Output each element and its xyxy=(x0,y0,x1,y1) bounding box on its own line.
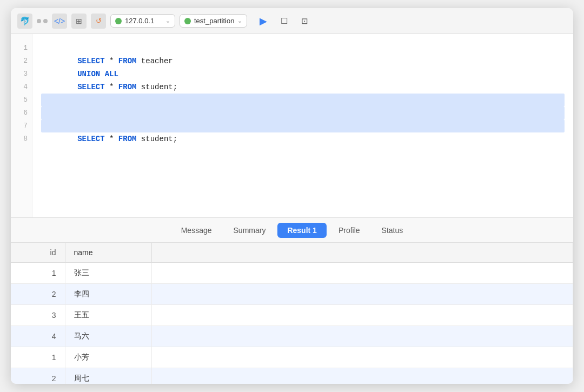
cell-id: 2 xyxy=(11,368,65,384)
code-line-4 xyxy=(41,81,565,94)
tab-summary[interactable]: Summary xyxy=(224,223,276,238)
code-editor[interactable]: SELECT * FROM teacher UNION ALL SELECT *… xyxy=(32,34,573,217)
cell-name: 王五 xyxy=(65,305,151,326)
table-row: 2 李四 xyxy=(11,284,573,305)
line-num-2: 2 xyxy=(23,55,28,68)
line-num-6: 6 xyxy=(23,107,28,119)
cell-name: 张三 xyxy=(65,263,151,284)
host-status-dot xyxy=(115,18,122,24)
table-icon: ⊞ xyxy=(71,14,87,29)
cell-id: 1 xyxy=(11,347,65,368)
cell-empty xyxy=(151,263,573,284)
db-chevron-icon: ⌄ xyxy=(237,17,242,24)
app-icon: 🐬 xyxy=(17,14,32,29)
table-row: 4 马六 xyxy=(11,326,573,347)
line-num-4: 4 xyxy=(23,81,28,94)
database-label: test_partition xyxy=(194,17,234,25)
tab-status[interactable]: Status xyxy=(372,223,413,238)
toolbar-actions: ▶ ☐ ⊡ xyxy=(256,14,312,29)
tab-profile[interactable]: Profile xyxy=(329,223,370,238)
main-window: 🐬 </> ⊞ ↺ 127.0.0.1 ⌄ test_partition ⌄ ▶… xyxy=(11,8,573,384)
cell-name: 周七 xyxy=(65,368,151,384)
code-line-5: SELECT * FROM teacher xyxy=(41,94,565,107)
line-num-1: 1 xyxy=(23,42,28,55)
db-status-dot xyxy=(184,18,191,24)
editor-area[interactable]: 1 2 3 4 5 6 7 8 SELECT * FROM teacher UN… xyxy=(11,34,573,218)
code-line-1: SELECT * FROM teacher xyxy=(41,42,565,55)
code-line-3: SELECT * FROM student; xyxy=(41,68,565,81)
run-button[interactable]: ▶ xyxy=(256,14,271,29)
dot2 xyxy=(43,19,48,23)
cell-name: 李四 xyxy=(65,284,151,305)
tab-result1[interactable]: Result 1 xyxy=(277,223,326,238)
line-num-5: 5 xyxy=(23,94,28,107)
host-select[interactable]: 127.0.0.1 ⌄ xyxy=(110,14,175,28)
table-row: 1 张三 xyxy=(11,263,573,284)
cell-empty xyxy=(151,326,573,347)
code-line-7: SELECT * FROM student; xyxy=(41,119,565,132)
table-header-row: id name xyxy=(11,243,573,263)
code-icon: </> xyxy=(52,14,67,29)
host-chevron-icon: ⌄ xyxy=(165,17,170,24)
results-tabs: Message Summary Result 1 Profile Status xyxy=(11,218,573,243)
line-num-8: 8 xyxy=(23,132,28,145)
stop-button[interactable]: ☐ xyxy=(276,14,291,29)
cell-id: 4 xyxy=(11,326,65,347)
tab-message[interactable]: Message xyxy=(171,223,222,238)
table-row: 1 小芳 xyxy=(11,347,573,368)
host-label: 127.0.0.1 xyxy=(125,17,162,25)
line-numbers: 1 2 3 4 5 6 7 8 xyxy=(11,34,32,217)
results-table: id name 1 张三 2 李四 3 王五 4 马六 1 小芳 xyxy=(11,243,573,384)
cell-name: 小芳 xyxy=(65,347,151,368)
results-body: 1 张三 2 李四 3 王五 4 马六 1 小芳 2 周七 3 赵八 xyxy=(11,263,573,384)
cell-empty xyxy=(151,347,573,368)
col-empty xyxy=(151,243,573,263)
cell-id: 3 xyxy=(11,305,65,326)
cell-empty xyxy=(151,368,573,384)
cell-name: 马六 xyxy=(65,326,151,347)
nav-dots xyxy=(37,19,48,23)
cell-empty xyxy=(151,305,573,326)
refresh-icon[interactable]: ↺ xyxy=(91,14,106,29)
dot1 xyxy=(37,19,41,23)
code-line-6: UNION xyxy=(41,107,565,119)
results-area[interactable]: id name 1 张三 2 李四 3 王五 4 马六 1 小芳 xyxy=(11,243,573,384)
toolbar: 🐬 </> ⊞ ↺ 127.0.0.1 ⌄ test_partition ⌄ ▶… xyxy=(11,8,573,34)
code-line-2: UNION ALL xyxy=(41,55,565,68)
schema-button[interactable]: ⊡ xyxy=(297,14,312,29)
col-id: id xyxy=(11,243,65,263)
table-row: 3 王五 xyxy=(11,305,573,326)
code-line-8 xyxy=(41,132,565,145)
line-num-7: 7 xyxy=(23,119,28,132)
cell-empty xyxy=(151,284,573,305)
table-row: 2 周七 xyxy=(11,368,573,384)
col-name: name xyxy=(65,243,151,263)
cell-id: 2 xyxy=(11,284,65,305)
cell-id: 1 xyxy=(11,263,65,284)
database-select[interactable]: test_partition ⌄ xyxy=(180,14,247,28)
line-num-3: 3 xyxy=(23,68,28,81)
